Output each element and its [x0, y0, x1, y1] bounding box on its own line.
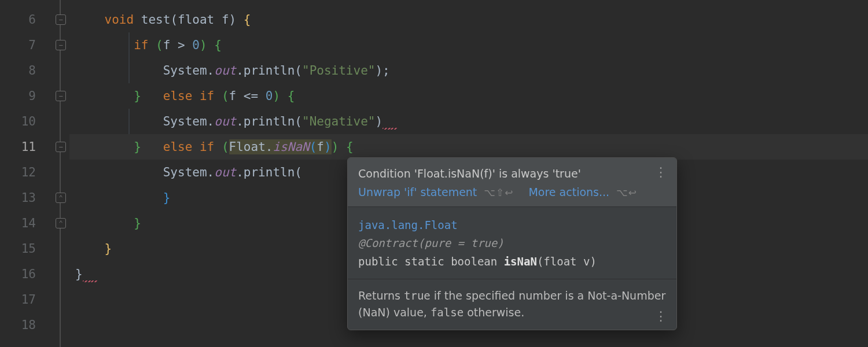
keyword: void	[105, 13, 134, 27]
paren: (	[156, 38, 163, 52]
line-number: 18	[0, 312, 52, 338]
fold-end-icon[interactable]: ⌃	[56, 193, 66, 203]
brace: }	[105, 242, 112, 256]
expr: f >	[163, 38, 193, 52]
line-number: 16	[0, 261, 52, 287]
quickfix-actions: Unwrap 'if' statement ⌥⇧↩ More actions..…	[358, 186, 666, 198]
line-number: 8	[0, 58, 52, 83]
method-signature: public static boolean isNaN(float v)	[358, 253, 666, 271]
fold-toggle-icon[interactable]: −	[56, 142, 66, 152]
line-number: 15	[0, 236, 52, 261]
fqn-link[interactable]: java.lang.Float	[358, 216, 666, 234]
fold-end-icon[interactable]: ⌃	[56, 218, 66, 228]
number: 0	[266, 89, 273, 103]
gutter: 6 7 8 9 10 11 12 13 14 15 16 17 18	[0, 0, 52, 347]
line-number-current: 11	[0, 134, 52, 160]
brace: {	[214, 38, 222, 52]
method-name: test	[141, 13, 171, 27]
inspection-popup[interactable]: ⋮ Condition 'Float.isNaN(f)' is always '…	[347, 157, 677, 330]
static-field: out	[214, 64, 236, 77]
brace: }	[163, 191, 171, 205]
brace: {	[288, 89, 295, 103]
line-number: 14	[0, 211, 52, 236]
brace: {	[346, 140, 354, 154]
annotation: @Contract(pure = true)	[358, 234, 666, 252]
more-actions-link[interactable]: More actions...	[528, 186, 609, 198]
inspection-highlight[interactable]: Float.isNaN(f)	[229, 139, 332, 154]
warning-squiggle[interactable]	[382, 115, 397, 128]
keyword: else if	[163, 89, 215, 103]
brace: }	[75, 267, 83, 281]
line-number: 13	[0, 185, 52, 211]
fold-column: − − − − ⌃ ⌃	[52, 0, 69, 347]
fold-toggle-icon[interactable]: −	[56, 14, 66, 25]
more-icon[interactable]: ⋮	[654, 166, 667, 179]
fold-toggle-icon[interactable]: −	[56, 40, 66, 50]
more-icon[interactable]: ⋮	[654, 310, 667, 323]
paren: )	[200, 38, 214, 52]
method-call: println	[244, 64, 295, 77]
fold-toggle-icon[interactable]: −	[56, 91, 66, 101]
params: (float f)	[170, 13, 243, 27]
shortcut-hint: ⌥↩	[616, 187, 637, 198]
code-line-current[interactable]: } else if ( Float.isNaN(f) ) {	[69, 134, 868, 160]
line-number: 10	[0, 109, 52, 134]
shortcut-hint: ⌥⇧↩	[484, 187, 513, 198]
string-literal: "Positive"	[302, 64, 375, 77]
unwrap-if-action[interactable]: Unwrap 'if' statement	[358, 186, 477, 198]
code-line[interactable]: if ( f > 0 ) {	[69, 32, 868, 58]
line-number: 6	[0, 7, 52, 32]
keyword: if	[134, 38, 148, 52]
paren: (	[222, 89, 229, 103]
line-number: 12	[0, 160, 52, 185]
popup-description: ⋮ Returns true if the specified number i…	[348, 279, 676, 330]
popup-signature: java.lang.Float @Contract(pure = true) p…	[348, 206, 676, 279]
brace: {	[244, 13, 251, 27]
brace: }	[134, 89, 141, 103]
code-line[interactable]: } else if ( f <= 0 ) {	[69, 83, 868, 109]
line-number: 17	[0, 287, 52, 312]
popup-header: ⋮ Condition 'Float.isNaN(f)' is always '…	[348, 158, 676, 206]
code-line[interactable]: System . out . println ( "Negative" )	[69, 109, 868, 134]
keyword: else if	[163, 140, 215, 154]
string-literal: "Negative"	[302, 115, 375, 128]
inspection-message: Condition 'Float.isNaN(f)' is always 'tr…	[358, 167, 666, 180]
code-line[interactable]: void test (float f) {	[69, 7, 868, 32]
number: 0	[192, 38, 200, 52]
brace: }	[134, 140, 141, 154]
class-ref: System	[163, 64, 207, 77]
code-line[interactable]: System . out . println ( "Positive" ) ;	[69, 58, 868, 83]
brace: }	[134, 216, 141, 230]
warning-squiggle[interactable]	[83, 267, 97, 281]
line-number: 9	[0, 83, 52, 109]
line-number: 7	[0, 32, 52, 58]
paren: )	[273, 89, 287, 103]
